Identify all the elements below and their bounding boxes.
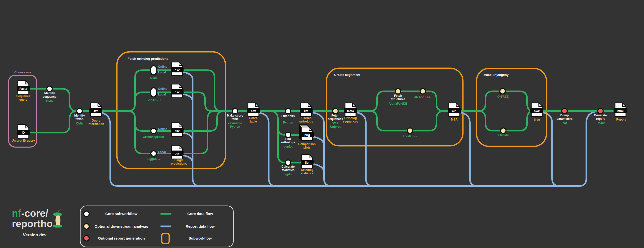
t-coffee-tool: T-COFFEE xyxy=(403,134,417,138)
report-label: Report xyxy=(616,118,626,121)
make-score-table-name2: table xyxy=(232,117,238,121)
comparison-plots-label: Comparison xyxy=(298,142,316,146)
ortholog-statistics-label: Ortholog xyxy=(301,168,314,172)
panther-local-label: Local xyxy=(158,93,166,96)
orthoinspector-csv-file-icon: csv xyxy=(171,123,184,136)
panther-node xyxy=(151,88,156,97)
file-type-label: fasta xyxy=(347,109,354,113)
plot-orthologs-tool: ggplot xyxy=(284,145,293,148)
choose-one-title: Choose one xyxy=(14,71,32,74)
fetch-structures-tool: AlphaFoldDB xyxy=(389,102,408,105)
fetch-predictions-title: Fetch ortholog predictions xyxy=(128,57,168,61)
dump-parameters-node xyxy=(562,108,567,114)
pipeline-diagram: Fasta ID txt csv csv csv csv csv list xyxy=(0,0,644,248)
legend-report-flow-label: Report data flow xyxy=(186,224,215,228)
plot-orthologs-name: Plot xyxy=(285,137,291,141)
orthoinspector-online-label: Online xyxy=(158,127,168,131)
fetch-sequences-name2: sequences xyxy=(328,117,343,121)
legend-optional-report-icon xyxy=(84,235,89,241)
msa-label: MSA xyxy=(451,118,458,121)
generate-report-tool: React xyxy=(597,121,605,125)
file-type-label: html xyxy=(617,109,624,113)
single-predictions-file-icon: csv xyxy=(171,145,184,159)
query-information-label2: information xyxy=(88,122,104,126)
oma-tool: OMA xyxy=(150,76,157,80)
single-predictions-label: Single xyxy=(174,158,183,162)
identify-taxon-tool: OMA xyxy=(76,122,83,125)
file-type-label: Fasta xyxy=(19,87,27,91)
query-information-label: Query xyxy=(92,119,100,122)
make-score-table-name: Make score xyxy=(227,114,243,117)
eggnog-tool: EggNOG xyxy=(148,157,160,161)
eggnog-node xyxy=(151,151,156,156)
generate-report-node xyxy=(598,108,603,114)
filter-hits-tool: Python xyxy=(283,121,293,124)
dump-parameters-tool: cat xyxy=(562,121,567,125)
logo-version: Version dev xyxy=(23,233,46,237)
make-score-table-tool2: Python xyxy=(230,125,240,128)
identify-taxon-node xyxy=(77,108,82,114)
comparison-plots-label2: plots xyxy=(304,146,310,149)
ortholog-sequences-label: Ortholog xyxy=(344,116,357,120)
dump-parameters-name: Dump xyxy=(560,114,569,117)
file-type-label: csv xyxy=(174,152,180,155)
panther-tool: PANTHER xyxy=(146,98,160,102)
legend-core-subworkflow-label: Core subworkflow xyxy=(105,211,138,216)
identify-taxon-name2: taxon xyxy=(76,117,84,121)
filter-hits-name: Filter hits xyxy=(282,114,295,118)
file-type-label: list xyxy=(305,161,309,164)
dump-parameters-name2: parameters xyxy=(556,117,573,121)
calculate-statistics-node xyxy=(285,160,291,165)
logo-core: -core/ xyxy=(21,208,48,219)
sequence-query-label: Sequence xyxy=(16,95,30,98)
legend-core-subworkflow-icon xyxy=(84,211,89,216)
legend-core-flow-label: Core data flow xyxy=(187,211,213,216)
plot-orthologs-name2: orthologs xyxy=(281,141,295,144)
score-table-file-icon: csv xyxy=(247,103,260,117)
panther-online-label: Online xyxy=(158,87,168,91)
oma-node xyxy=(151,66,156,75)
file-type-label: csv xyxy=(174,129,180,133)
legend-optional-downstream-icon xyxy=(84,224,89,229)
iq-tree-node xyxy=(500,89,505,94)
ortholog-statistics-file-icon: list xyxy=(301,154,314,168)
eggnog-local-label: Local xyxy=(158,150,166,154)
file-type-label: ID xyxy=(22,131,25,134)
score-table-label: Score xyxy=(249,116,258,120)
file-type-label: csv xyxy=(174,69,180,72)
make-score-table-tool: csvmerge xyxy=(228,122,242,125)
filtered-orthologs-label2: orthologs xyxy=(299,120,313,123)
file-type-label: txt xyxy=(94,109,98,113)
uniprot-id-query-label: Uniprot ID query xyxy=(12,139,35,142)
tree-label: Tree xyxy=(534,118,540,122)
fetch-sequences-name: Fetch xyxy=(332,114,339,117)
query-information-file-icon: txt xyxy=(90,103,102,117)
filter-hits-node xyxy=(285,108,291,114)
three-d-coffee-node xyxy=(420,89,426,94)
iq-tree-tool: IQ-TREE xyxy=(496,95,509,98)
oma-online-label: Online xyxy=(158,65,168,69)
file-type-label: aln xyxy=(452,109,456,113)
make-score-table-node xyxy=(232,108,238,114)
ortholog-sequences-label2: sequences xyxy=(343,120,358,123)
oma-csv-file-icon: csv xyxy=(171,62,184,76)
sequence-query-label2: query xyxy=(19,98,28,101)
file-type-label: csv xyxy=(251,109,256,113)
oma-local-label: Local xyxy=(158,71,166,74)
msa-file-icon: aln xyxy=(448,103,461,117)
tree-file-icon: nwk xyxy=(530,103,543,117)
orthoinspector-node xyxy=(151,128,156,134)
plot-orthologs-node xyxy=(285,132,291,138)
identify-taxon-name: Identify xyxy=(74,114,85,117)
three-d-coffee-tool: 3D-COFFEE xyxy=(414,95,431,99)
file-type-label: nwk xyxy=(534,109,540,113)
score-table-label2: table xyxy=(250,120,257,123)
filtered-orthologs-label: Filtered xyxy=(301,116,311,120)
logo-nf: nf xyxy=(12,208,21,219)
calculate-statistics-name2: statistics xyxy=(282,168,294,172)
fetch-structures-name: Fetch xyxy=(394,94,402,97)
legend-subworkflow-label: Subworkflow xyxy=(188,236,212,240)
logo-pipeline-name: reportho xyxy=(12,218,52,229)
file-type-label: png xyxy=(304,133,310,137)
generate-report-name2: report xyxy=(596,117,605,121)
